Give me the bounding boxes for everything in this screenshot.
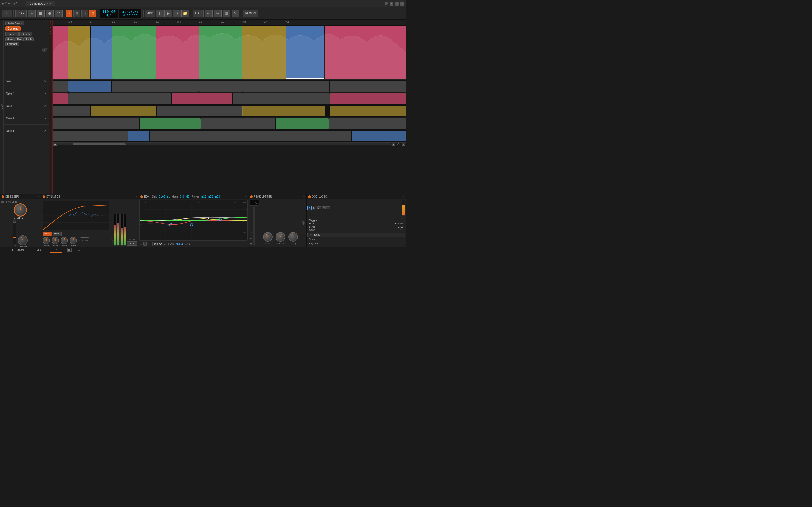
layout-icon-2[interactable] — [77, 248, 81, 252]
take4-pink1[interactable] — [53, 94, 68, 104]
slope-down-btn[interactable]: ↓ — [402, 229, 404, 231]
dynamics-power-btn[interactable] — [43, 195, 45, 198]
mix-tab[interactable]: MIX — [33, 248, 44, 253]
take2-green2[interactable] — [276, 118, 328, 129]
arrange-tab[interactable]: ARRANGE — [9, 248, 28, 253]
undo-btn[interactable]: ↩ — [205, 9, 212, 17]
maximize-btn[interactable]: □ — [395, 2, 399, 6]
take1-blue2[interactable] — [352, 131, 406, 141]
active-tab[interactable]: CompingGUI* ✕ — [27, 1, 55, 6]
gain-btn[interactable]: Gain — [5, 38, 14, 42]
play-btn[interactable] — [28, 9, 36, 17]
edit-btn[interactable]: EDIT — [193, 9, 204, 17]
comp-clip-pink2[interactable] — [156, 26, 199, 79]
osc-b-btn[interactable]: B — [312, 206, 316, 210]
formant-btn[interactable]: Formant — [5, 42, 19, 46]
take3-gold3[interactable] — [329, 106, 406, 116]
knee2-knob[interactable] — [69, 237, 77, 244]
region-btn[interactable]: REGION — [243, 9, 258, 17]
comp-clip-gold2[interactable] — [242, 26, 286, 79]
peak-release-knob[interactable] — [276, 232, 285, 242]
osc-a-btn[interactable]: A — [307, 206, 312, 210]
freeze-btn[interactable]: ❄ Freeze — [307, 233, 405, 237]
comping-btn[interactable]: Comping — [5, 26, 20, 31]
take4-close-btn[interactable]: ✕ — [44, 92, 47, 95]
hscroll-thumb[interactable] — [73, 144, 125, 146]
range-opt2[interactable]: ±30 — [215, 195, 220, 198]
marker-btn[interactable]: ◇ — [82, 9, 88, 17]
take5-close-btn[interactable]: ✕ — [44, 79, 47, 83]
close-tab-icon[interactable]: ✕ — [49, 2, 52, 5]
take4-track[interactable] — [53, 93, 406, 105]
transport-pause[interactable]: ⏸ — [156, 9, 164, 17]
play-label-btn[interactable]: PLAY — [15, 9, 27, 17]
de-esser-menu-btn[interactable]: ≡ — [38, 195, 39, 198]
peak-input-knob[interactable] — [263, 232, 272, 242]
take1-track[interactable] — [53, 130, 406, 142]
comp-clip-green1[interactable] — [112, 26, 156, 79]
knee1-knob[interactable] — [52, 237, 59, 244]
zoom-in-btn[interactable]: + — [402, 143, 405, 146]
take3-gold2[interactable] — [242, 106, 325, 116]
osc-menu-btn[interactable]: ≡ — [403, 195, 404, 198]
comp-clip-blue2[interactable] — [286, 26, 324, 79]
eq-band-number[interactable]: 3 — [140, 242, 142, 245]
scroll-right-btn[interactable]: ▶ — [392, 143, 395, 146]
transport-play[interactable]: ▶ — [164, 9, 172, 17]
timeline-ruler[interactable]: 1.3 1.4 2.1 2.2 2.3 2.4 3.1 3.2 3.3 3.4 … — [53, 19, 406, 25]
comp-clip-gold1[interactable] — [68, 26, 90, 79]
peak-ceiling-knob[interactable] — [288, 232, 298, 242]
comp-clip-blue1[interactable] — [91, 26, 112, 79]
take4-pink3[interactable] — [329, 94, 406, 104]
take5-track[interactable] — [53, 80, 406, 93]
transport-rewind[interactable]: ↺ — [173, 9, 181, 17]
comp-clip-pink1[interactable] — [53, 26, 68, 79]
stretch-btn[interactable]: Stretch — [5, 32, 18, 37]
take5-blue1[interactable] — [68, 81, 111, 92]
take1-close-btn[interactable]: ✕ — [44, 129, 47, 132]
peak-add-btn[interactable]: + — [302, 221, 305, 225]
peak-limiter-menu-btn[interactable]: ≡ — [303, 195, 305, 198]
delete-btn[interactable]: ✕ — [232, 9, 240, 17]
punch-btn[interactable]: ⊡ — [89, 9, 96, 17]
ratio1-knob[interactable] — [43, 237, 50, 244]
edit-tab[interactable]: EDIT — [50, 247, 62, 253]
copy-btn[interactable]: ⊡ — [222, 9, 231, 17]
take2-close-btn[interactable]: ✕ — [44, 117, 47, 120]
slope-up-btn[interactable]: ↑ — [400, 229, 402, 231]
de-esser-amount-knob[interactable] — [18, 235, 28, 245]
audio-events-btn[interactable]: Audio Events — [5, 21, 24, 25]
transport-folder[interactable]: 📁 — [181, 9, 189, 17]
layout-icon-1[interactable] — [67, 248, 71, 252]
eq-graph[interactable]: 20 100 1k 10k ±10 +10 0 -10 — [139, 200, 248, 240]
range-opt1[interactable]: ±20 — [208, 195, 213, 198]
hscroll-track[interactable] — [57, 144, 392, 146]
scroll-left-btn[interactable]: ◀ — [53, 143, 57, 146]
eq-band-mute-btn[interactable]: ● — [143, 242, 147, 245]
eq-power-btn[interactable] — [140, 195, 143, 198]
add-btn[interactable]: ADD — [145, 9, 155, 17]
close-btn[interactable]: ✕ — [400, 2, 404, 6]
dynamics-graph[interactable] — [43, 201, 109, 230]
comp-track[interactable] — [53, 25, 406, 80]
de-esser-freq-knob[interactable] — [14, 203, 27, 217]
eq-band-type-select[interactable]: Bell — [152, 242, 163, 246]
pitch-btn[interactable]: Pitch — [24, 38, 34, 42]
take2-track[interactable] — [53, 117, 406, 130]
dynamics-menu-btn[interactable]: ≡ — [136, 195, 137, 198]
stop-btn[interactable] — [37, 9, 45, 17]
redo-btn[interactable]: ↪ — [214, 9, 221, 17]
rms-mode-btn[interactable]: RMS — [53, 232, 62, 236]
scfx-btn[interactable]: Sc FX — [127, 241, 138, 245]
take4-pink2[interactable] — [171, 94, 232, 104]
grid-btn[interactable]: ⊞ — [73, 9, 80, 17]
peak-mode-btn[interactable]: Peak — [43, 232, 52, 236]
ratio2-knob[interactable] — [60, 237, 68, 244]
osc-power-btn[interactable] — [308, 195, 311, 198]
record-btn[interactable] — [46, 9, 54, 17]
eq-menu-btn[interactable]: ≡ — [245, 195, 247, 198]
take3-track[interactable] — [53, 105, 406, 117]
take3-close-btn[interactable]: ✕ — [44, 104, 47, 108]
minimize-btn[interactable]: ─ — [390, 2, 393, 6]
loop-btn[interactable] — [55, 9, 63, 17]
